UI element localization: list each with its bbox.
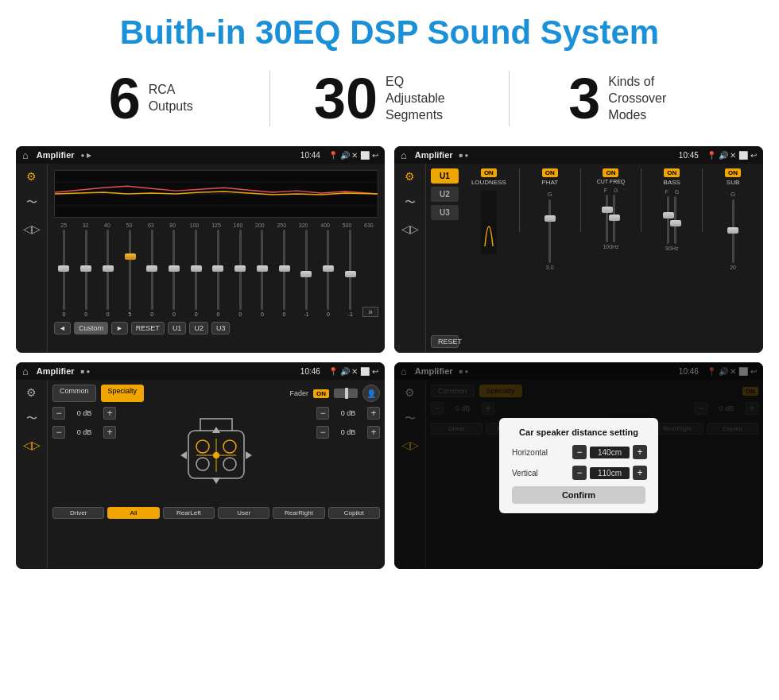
fader-right-vol: − 0 dB + − 0 dB + (316, 407, 380, 502)
eq-graph-svg (55, 171, 378, 217)
fader-body: ⚙ 〜 ◁▷ Common Specialty Fader ON (16, 380, 385, 569)
bass-label: BASS (664, 179, 680, 186)
fader-settings-icon[interactable]: 👤 (362, 385, 380, 402)
eq-play-button[interactable]: ► (111, 322, 128, 335)
dialog-vertical-value: 110cm (590, 467, 630, 479)
dialog-horizontal-plus[interactable]: + (633, 445, 647, 459)
eq-prev-button[interactable]: ◄ (54, 322, 71, 335)
dialog-horizontal-ctrl: − 140cm + (572, 445, 647, 459)
vol-minus-4[interactable]: − (316, 426, 329, 439)
confirm-button[interactable]: Confirm (512, 486, 645, 504)
fader-status-bar: ⌂ Amplifier ■ ● 10:46 📍 🔊 ✕ ⬜ ↩ (16, 362, 385, 380)
vol-row-1: − 0 dB + (52, 407, 116, 420)
eq-slider-3[interactable]: 0 (98, 230, 118, 317)
bass-f-slider[interactable] (667, 196, 669, 244)
sub-on-badge: ON (725, 168, 741, 177)
eq-preset-u1[interactable]: U1 (168, 322, 187, 335)
crossover-status-bar: ⌂ Amplifier ■ ● 10:45 📍 🔊 ✕ ⬜ ↩ (394, 146, 763, 164)
eq-slider-1[interactable]: 0 (54, 230, 74, 317)
eq-slider-7[interactable]: 0 (186, 230, 206, 317)
crossover-divider-3 (641, 168, 641, 232)
fader-sidebar-speaker-icon[interactable]: ◁▷ (23, 439, 41, 451)
vol-plus-1[interactable]: + (103, 407, 116, 420)
eq-slider-6[interactable]: 0 (165, 230, 184, 317)
stat-crossover: 3 Kinds of Crossover Modes (525, 70, 731, 127)
crossover-sidebar-speaker-icon[interactable]: ◁▷ (401, 222, 419, 235)
crossover-reset-button[interactable]: RESET (431, 335, 459, 348)
phat-on-badge: ON (542, 168, 558, 177)
crossover-time: 10:45 (679, 151, 699, 160)
fader-slider[interactable] (334, 389, 358, 398)
bass-g-slider[interactable] (674, 196, 676, 244)
stat-divider-2 (509, 71, 510, 126)
fader-sidebar: ⚙ 〜 ◁▷ (16, 380, 48, 569)
stat-number-crossover: 3 (568, 70, 600, 127)
eq-preset-u3[interactable]: U3 (211, 322, 231, 335)
eq-preset-u2[interactable]: U2 (189, 322, 208, 335)
eq-graph (54, 170, 378, 218)
crossover-preset-u3[interactable]: U3 (431, 205, 459, 220)
btn-copilot[interactable]: Copilot (328, 507, 380, 519)
vol-row-3: − 0 dB + (316, 407, 380, 420)
vol-plus-4[interactable]: + (367, 426, 380, 439)
stat-number-rca: 6 (109, 70, 141, 127)
crossover-preset-u1[interactable]: U1 (431, 168, 459, 184)
cutfreq-g-slider[interactable] (613, 195, 615, 242)
eq-expand-button[interactable]: » (362, 307, 378, 317)
vol-minus-2[interactable]: − (52, 426, 65, 439)
dialog-overlay: Car speaker distance setting Horizontal … (394, 362, 763, 569)
screens-grid: ⌂ Amplifier ● ▶ 10:44 📍 🔊 ✕ ⬜ ↩ ⚙ 〜 ◁▷ (0, 141, 779, 585)
vol-plus-2[interactable]: + (103, 426, 116, 439)
crossover-sidebar-wave-icon[interactable]: 〜 (405, 195, 416, 210)
tab-specialty[interactable]: Specialty (101, 385, 145, 402)
eq-slider-13[interactable]: 0 (319, 230, 339, 317)
eq-reset-button[interactable]: RESET (131, 322, 165, 335)
crossover-sidebar-filter-icon[interactable]: ⚙ (405, 170, 415, 183)
eq-preset-custom[interactable]: Custom (74, 322, 108, 335)
eq-sliders: 0 0 0 (54, 231, 378, 319)
eq-slider-5[interactable]: 0 (142, 230, 162, 317)
vol-minus-1[interactable]: − (52, 407, 65, 420)
eq-slider-4[interactable]: 5 (120, 230, 140, 317)
eq-slider-11[interactable]: 0 (274, 230, 294, 317)
screen-eq: ⌂ Amplifier ● ▶ 10:44 📍 🔊 ✕ ⬜ ↩ ⚙ 〜 ◁▷ (16, 146, 385, 353)
eq-slider-8[interactable]: 0 (208, 230, 228, 317)
fader-left-vol: − 0 dB + − 0 dB + (52, 407, 116, 502)
vol-minus-3[interactable]: − (316, 407, 329, 420)
eq-sidebar-filter-icon[interactable]: ⚙ (26, 170, 37, 183)
car-diagram-container (122, 407, 310, 502)
dialog-horizontal-row: Horizontal − 140cm + (512, 445, 645, 459)
fader-sidebar-filter-icon[interactable]: ⚙ (26, 386, 37, 399)
vol-plus-3[interactable]: + (367, 407, 380, 420)
tab-common[interactable]: Common (52, 385, 96, 402)
btn-user[interactable]: User (218, 507, 269, 519)
screen-fader: ⌂ Amplifier ■ ● 10:46 📍 🔊 ✕ ⬜ ↩ ⚙ 〜 ◁▷ C… (16, 362, 385, 569)
eq-slider-12[interactable]: -1 (296, 230, 316, 317)
crossover-main-content: U1 U2 U3 RESET ON LOUDNESS (426, 164, 763, 353)
btn-all[interactable]: All (107, 507, 159, 519)
stat-eq: 30 EQ Adjustable Segments (286, 70, 492, 127)
dialog-title: Car speaker distance setting (512, 427, 645, 437)
eq-slider-2[interactable]: 0 (76, 230, 96, 317)
btn-driver[interactable]: Driver (52, 507, 104, 519)
phat-slider[interactable] (548, 199, 551, 263)
eq-slider-14[interactable]: -1 (340, 230, 360, 317)
sub-g-slider[interactable] (732, 199, 734, 263)
eq-sidebar-speaker-icon[interactable]: ◁▷ (23, 222, 41, 235)
eq-freq-labels: 25 32 40 50 63 80 100 125 160 200 250 32… (54, 222, 378, 228)
dialog-vertical-plus[interactable]: + (633, 466, 647, 480)
eq-sidebar-wave-icon[interactable]: 〜 (26, 195, 37, 210)
screen-dialog: ⌂ Amplifier ■ ● 10:46 📍 🔊 ✕ ⬜ ↩ ⚙ 〜 ◁▷ C… (394, 362, 763, 569)
fader-sidebar-wave-icon[interactable]: 〜 (26, 412, 37, 426)
screen-crossover: ⌂ Amplifier ■ ● 10:45 📍 🔊 ✕ ⬜ ↩ ⚙ 〜 ◁▷ U… (394, 146, 763, 353)
crossover-preset-u2[interactable]: U2 (431, 187, 459, 202)
eq-slider-10[interactable]: 0 (252, 230, 272, 317)
btn-rearleft[interactable]: RearLeft (163, 507, 215, 519)
dialog-horizontal-minus[interactable]: − (572, 445, 587, 459)
btn-rearright[interactable]: RearRight (273, 507, 324, 519)
page-title: Buith-in 30EQ DSP Sound System (0, 0, 779, 59)
car-diagram-svg (172, 407, 260, 502)
dialog-vertical-minus[interactable]: − (572, 466, 587, 480)
eq-slider-9[interactable]: 0 (231, 230, 250, 317)
vol-value-2: 0 dB (68, 428, 100, 436)
